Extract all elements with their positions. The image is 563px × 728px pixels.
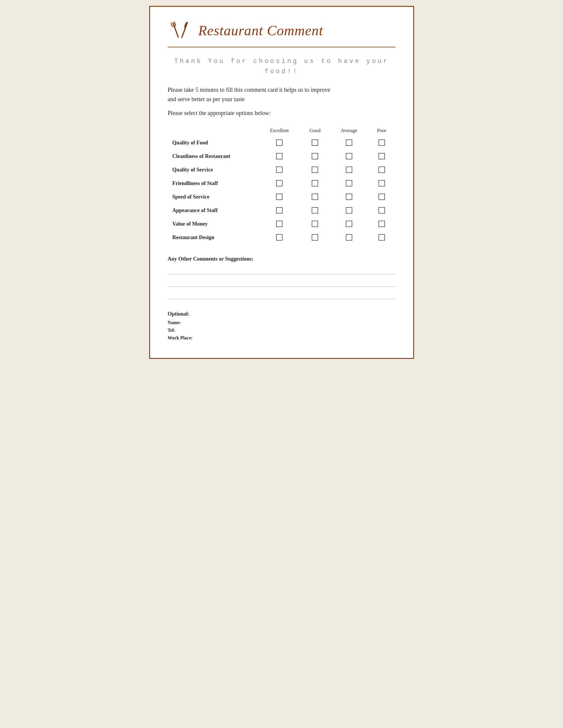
intro-text: Please take 5 minutes to fill this comme… xyxy=(168,85,396,104)
checkbox-average[interactable] xyxy=(330,204,368,217)
checkbox-excellent[interactable] xyxy=(259,176,300,190)
checkbox-box-excellent-5[interactable] xyxy=(276,207,283,214)
checkbox-box-good-3[interactable] xyxy=(312,180,318,186)
table-row: Speed of Service xyxy=(168,190,396,204)
checkbox-box-excellent-3[interactable] xyxy=(276,180,283,186)
table-row: Friendliness of Staff xyxy=(168,176,396,190)
checkbox-good[interactable] xyxy=(300,136,330,149)
checkbox-average[interactable] xyxy=(330,136,368,149)
optional-section: Optional: Name: Tel: Work Place: xyxy=(168,311,396,341)
field-name: Name: xyxy=(168,320,396,325)
checkbox-box-good-6[interactable] xyxy=(312,221,318,227)
checkbox-box-excellent-7[interactable] xyxy=(276,234,283,241)
col-header-category xyxy=(168,125,259,136)
checkbox-average[interactable] xyxy=(330,163,368,176)
checkbox-box-average-4[interactable] xyxy=(346,194,352,200)
checkbox-box-excellent-4[interactable] xyxy=(276,194,283,200)
row-label: Quality of Food xyxy=(168,136,259,149)
checkbox-excellent[interactable] xyxy=(259,204,300,217)
row-label: Friendliness of Staff xyxy=(168,176,259,190)
checkbox-poor[interactable] xyxy=(368,136,396,149)
checkbox-box-good-0[interactable] xyxy=(312,139,318,146)
table-row: Cleanliness of Restaurant xyxy=(168,149,396,163)
table-row: Quality of Food xyxy=(168,136,396,149)
checkbox-box-average-5[interactable] xyxy=(346,207,352,214)
checkbox-box-good-4[interactable] xyxy=(312,194,318,200)
intro-line1: Please take 5 minutes to fill this comme… xyxy=(168,86,331,93)
comments-line-3 xyxy=(168,290,396,299)
table-row: Value of Money xyxy=(168,217,396,231)
thank-you-line1: Thank You for choosing us to have your xyxy=(168,56,396,66)
col-header-average: Average xyxy=(330,125,368,136)
col-header-excellent: Excellent xyxy=(259,125,300,136)
checkbox-box-good-1[interactable] xyxy=(312,153,318,159)
checkbox-good[interactable] xyxy=(300,204,330,217)
checkbox-box-good-7[interactable] xyxy=(312,234,318,241)
checkbox-poor[interactable] xyxy=(368,231,396,244)
checkbox-box-good-2[interactable] xyxy=(312,166,318,173)
checkbox-poor[interactable] xyxy=(368,190,396,204)
checkbox-good[interactable] xyxy=(300,231,330,244)
svg-rect-4 xyxy=(175,30,179,38)
checkbox-box-poor-7[interactable] xyxy=(379,234,385,241)
row-label: Value of Money xyxy=(168,217,259,231)
page-container: Restaurant Comment Thank You for choosin… xyxy=(149,6,414,359)
checkbox-box-excellent-0[interactable] xyxy=(276,139,283,146)
checkbox-box-excellent-6[interactable] xyxy=(276,221,283,227)
checkbox-average[interactable] xyxy=(330,176,368,190)
checkbox-excellent[interactable] xyxy=(259,190,300,204)
checkbox-box-good-5[interactable] xyxy=(312,207,318,214)
checkbox-box-excellent-2[interactable] xyxy=(276,166,283,173)
checkbox-excellent[interactable] xyxy=(259,163,300,176)
checkbox-average[interactable] xyxy=(330,149,368,163)
checkbox-box-poor-0[interactable] xyxy=(379,139,385,146)
checkbox-box-poor-2[interactable] xyxy=(379,166,385,173)
checkbox-good[interactable] xyxy=(300,163,330,176)
checkbox-poor[interactable] xyxy=(368,176,396,190)
comments-line-1 xyxy=(168,266,396,274)
checkbox-box-average-6[interactable] xyxy=(346,221,352,227)
table-row: Quality of Service xyxy=(168,163,396,176)
page-title: Restaurant Comment xyxy=(198,22,324,39)
checkbox-box-average-3[interactable] xyxy=(346,180,352,186)
checkbox-good[interactable] xyxy=(300,176,330,190)
field-tel: Tel: xyxy=(168,328,396,333)
checkbox-box-poor-5[interactable] xyxy=(379,207,385,214)
checkbox-box-poor-3[interactable] xyxy=(379,180,385,186)
checkbox-box-poor-4[interactable] xyxy=(379,194,385,200)
thank-you-line2: food!! xyxy=(168,66,396,77)
checkbox-average[interactable] xyxy=(330,190,368,204)
col-header-poor: Poor xyxy=(368,125,396,136)
checkbox-poor[interactable] xyxy=(368,204,396,217)
checkbox-box-excellent-1[interactable] xyxy=(276,153,283,159)
col-header-good: Good xyxy=(300,125,330,136)
checkbox-good[interactable] xyxy=(300,217,330,231)
row-label: Quality of Service xyxy=(168,163,259,176)
checkbox-good[interactable] xyxy=(300,149,330,163)
table-row: Restaurant Design xyxy=(168,231,396,244)
row-label: Appearance of Staff xyxy=(168,204,259,217)
row-label: Speed of Service xyxy=(168,190,259,204)
checkbox-poor[interactable] xyxy=(368,217,396,231)
checkbox-box-poor-6[interactable] xyxy=(379,221,385,227)
header: Restaurant Comment xyxy=(168,19,396,47)
checkbox-box-poor-1[interactable] xyxy=(379,153,385,159)
checkbox-excellent[interactable] xyxy=(259,136,300,149)
select-prompt: Please select the appropriate options be… xyxy=(168,110,396,116)
checkbox-good[interactable] xyxy=(300,190,330,204)
checkbox-box-average-0[interactable] xyxy=(346,139,352,146)
checkbox-poor[interactable] xyxy=(368,163,396,176)
checkbox-box-average-7[interactable] xyxy=(346,234,352,241)
checkbox-excellent[interactable] xyxy=(259,149,300,163)
checkbox-excellent[interactable] xyxy=(259,231,300,244)
checkbox-excellent[interactable] xyxy=(259,217,300,231)
checkbox-poor[interactable] xyxy=(368,149,396,163)
comments-label: Any Other Comments or Suggestions: xyxy=(168,256,396,262)
rating-table: Excellent Good Average Poor Quality of F… xyxy=(168,125,396,244)
table-row: Appearance of Staff xyxy=(168,204,396,217)
row-label: Restaurant Design xyxy=(168,231,259,244)
checkbox-box-average-1[interactable] xyxy=(346,153,352,159)
checkbox-box-average-2[interactable] xyxy=(346,166,352,173)
checkbox-average[interactable] xyxy=(330,231,368,244)
checkbox-average[interactable] xyxy=(330,217,368,231)
